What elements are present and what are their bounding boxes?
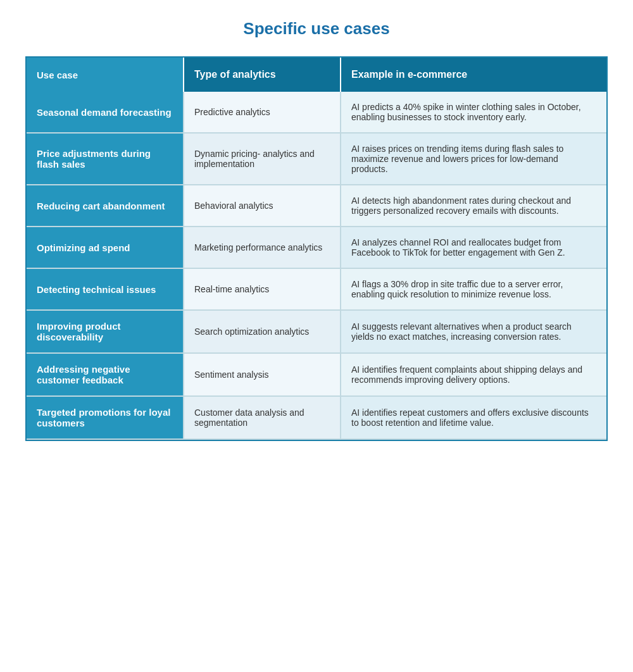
- cell-analytics: Customer data analysis and segmentation: [184, 396, 341, 439]
- cell-example: AI raises prices on trending items durin…: [341, 133, 606, 185]
- cell-example: AI flags a 30% drop in site traffic due …: [341, 268, 606, 310]
- table-row: Reducing cart abandonmentBehavioral anal…: [27, 185, 606, 227]
- cell-analytics: Marketing performance analytics: [184, 227, 341, 268]
- cell-analytics: Search optimization analytics: [184, 310, 341, 353]
- cell-analytics: Real-time analytics: [184, 268, 341, 310]
- table-row: Improving product discoverabilitySearch …: [27, 310, 606, 353]
- main-table-container: Use case Type of analytics Example in e-…: [25, 56, 608, 441]
- cell-example: AI identifies repeat customers and offer…: [341, 396, 606, 439]
- cell-analytics: Dynamic pricing- analytics and implement…: [184, 133, 341, 185]
- table-row: Targeted promotions for loyal customersC…: [27, 396, 606, 439]
- table-row: Addressing negative customer feedbackSen…: [27, 353, 606, 396]
- use-cases-table: Use case Type of analytics Example in e-…: [27, 58, 606, 440]
- table-row: Price adjustments during flash salesDyna…: [27, 133, 606, 185]
- table-row: Optimizing ad spendMarketing performance…: [27, 227, 606, 268]
- cell-usecase: Improving product discoverability: [27, 310, 184, 353]
- table-row: Detecting technical issuesReal-time anal…: [27, 268, 606, 310]
- cell-usecase: Addressing negative customer feedback: [27, 353, 184, 396]
- cell-example: AI suggests relevant alternatives when a…: [341, 310, 606, 353]
- page-title: Specific use cases: [243, 19, 389, 39]
- cell-usecase: Detecting technical issues: [27, 268, 184, 310]
- header-usecase: Use case: [27, 58, 184, 92]
- cell-usecase: Reducing cart abandonment: [27, 185, 184, 227]
- cell-analytics: Sentiment analysis: [184, 353, 341, 396]
- cell-usecase: Price adjustments during flash sales: [27, 133, 184, 185]
- cell-usecase: Optimizing ad spend: [27, 227, 184, 268]
- cell-usecase: Targeted promotions for loyal customers: [27, 396, 184, 439]
- cell-example: AI identifies frequent complaints about …: [341, 353, 606, 396]
- cell-usecase: Seasonal demand forecasting: [27, 92, 184, 133]
- table-row: Seasonal demand forecastingPredictive an…: [27, 92, 606, 133]
- cell-analytics: Predictive analytics: [184, 92, 341, 133]
- cell-example: AI analyzes channel ROI and reallocates …: [341, 227, 606, 268]
- table-header-row: Use case Type of analytics Example in e-…: [27, 58, 606, 92]
- header-example: Example in e-commerce: [341, 58, 606, 92]
- cell-example: AI detects high abandonment rates during…: [341, 185, 606, 227]
- cell-analytics: Behavioral analytics: [184, 185, 341, 227]
- cell-example: AI predicts a 40% spike in winter clothi…: [341, 92, 606, 133]
- header-analytics: Type of analytics: [184, 58, 341, 92]
